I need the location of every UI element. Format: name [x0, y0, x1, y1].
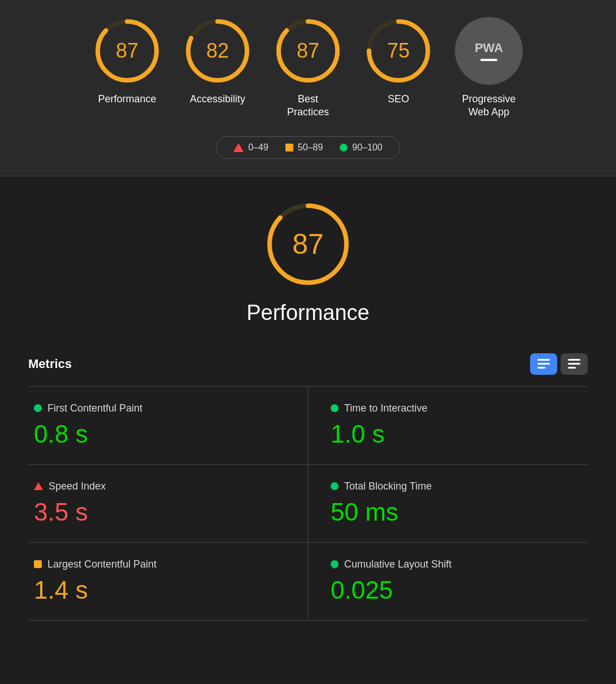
gauge-seo: 75 — [365, 17, 432, 85]
top-section: 87 Performance 82 Accessibility — [0, 0, 616, 176]
tbt-indicator — [331, 482, 339, 490]
fail-range: 0–49 — [248, 142, 268, 153]
average-icon — [285, 144, 293, 151]
tbt-value: 50 ms — [331, 498, 576, 526]
cls-value: 0.025 — [331, 576, 576, 604]
score-card-seo[interactable]: 75 SEO — [365, 17, 432, 119]
legend-inner: 0–49 50–89 90–100 — [216, 136, 400, 159]
list-line-3 — [537, 367, 545, 369]
metric-tbt: Total Blocking Time 50 ms — [308, 465, 588, 543]
cls-name: Cumulative Layout Shift — [344, 559, 452, 570]
score-card-accessibility[interactable]: 82 Accessibility — [184, 17, 251, 119]
fcp-indicator — [34, 404, 42, 412]
legend-average: 50–89 — [285, 142, 323, 153]
score-card-performance[interactable]: 87 Performance — [93, 17, 161, 119]
cls-indicator — [331, 560, 339, 568]
score-cards: 87 Performance 82 Accessibility — [23, 17, 593, 119]
average-range: 50–89 — [298, 142, 323, 153]
metrics-grid: First Contentful Paint 0.8 s Time to Int… — [28, 387, 588, 621]
grid-icon — [568, 359, 580, 369]
si-value: 3.5 s — [34, 498, 285, 526]
legend: 0–49 50–89 90–100 — [23, 136, 593, 159]
metric-cls: Cumulative Layout Shift 0.025 — [308, 543, 588, 621]
metrics-label: Metrics — [28, 357, 72, 371]
lcp-value: 1.4 s — [34, 576, 285, 604]
fcp-name: First Contentful Paint — [47, 402, 142, 414]
metric-fcp: First Contentful Paint 0.8 s — [28, 387, 308, 465]
tti-value: 1.0 s — [331, 420, 576, 448]
view-toggle — [530, 353, 588, 375]
score-card-pwa[interactable]: PWA ProgressiveWeb App — [455, 17, 523, 119]
grid-line-1 — [568, 359, 580, 361]
main-section: 87 Performance Metrics — [0, 176, 616, 643]
metric-si-header: Speed Index — [34, 480, 285, 492]
grid-line-2 — [568, 363, 580, 365]
metric-si: Speed Index 3.5 s — [28, 465, 308, 543]
tti-name: Time to Interactive — [344, 402, 427, 414]
best-practices-score: 87 — [297, 39, 319, 63]
main-title: Performance — [246, 301, 370, 325]
lcp-indicator — [34, 560, 42, 568]
pwa-label: ProgressiveWeb App — [462, 93, 515, 119]
gauge-performance: 87 — [93, 17, 161, 85]
grid-line-3 — [568, 367, 576, 369]
list-icon — [537, 359, 550, 369]
seo-score: 75 — [387, 39, 410, 63]
gauge-best-practices: 87 — [274, 17, 342, 85]
metric-lcp-header: Largest Contentful Paint — [34, 559, 285, 570]
performance-score: 87 — [116, 39, 138, 63]
tbt-name: Total Blocking Time — [344, 480, 432, 492]
metric-lcp: Largest Contentful Paint 1.4 s — [28, 543, 308, 621]
pass-range: 90–100 — [352, 142, 382, 153]
metric-fcp-header: First Contentful Paint — [34, 402, 285, 414]
metric-tti-header: Time to Interactive — [331, 402, 576, 414]
tti-indicator — [331, 404, 339, 412]
main-gauge-wrapper: 87 Performance — [28, 199, 588, 342]
metrics-header: Metrics — [28, 353, 588, 375]
si-name: Speed Index — [49, 480, 106, 492]
performance-label: Performance — [98, 93, 156, 106]
main-score: 87 — [292, 228, 324, 261]
si-indicator — [34, 482, 43, 490]
fail-icon — [233, 143, 244, 152]
pwa-text: PWA — [475, 41, 503, 55]
gauge-accessibility: 82 — [184, 17, 251, 85]
seo-label: SEO — [388, 93, 409, 106]
legend-pass: 90–100 — [340, 142, 382, 153]
legend-fail: 0–49 — [233, 142, 268, 153]
grid-view-button[interactable] — [561, 353, 588, 375]
pass-icon — [340, 144, 348, 151]
pwa-dash — [480, 59, 497, 61]
accessibility-label: Accessibility — [190, 93, 245, 106]
metric-tbt-header: Total Blocking Time — [331, 480, 576, 492]
list-line-1 — [537, 359, 550, 361]
score-card-best-practices[interactable]: 87 BestPractices — [274, 17, 342, 119]
accessibility-score: 82 — [206, 39, 229, 63]
metric-tti: Time to Interactive 1.0 s — [308, 387, 588, 465]
list-line-2 — [537, 363, 550, 365]
list-view-button[interactable] — [530, 353, 557, 375]
pwa-badge: PWA — [455, 17, 523, 85]
metric-cls-header: Cumulative Layout Shift — [331, 559, 576, 570]
fcp-value: 0.8 s — [34, 420, 285, 448]
best-practices-label: BestPractices — [287, 93, 329, 119]
lcp-name: Largest Contentful Paint — [47, 559, 157, 570]
main-gauge: 87 — [263, 199, 353, 289]
